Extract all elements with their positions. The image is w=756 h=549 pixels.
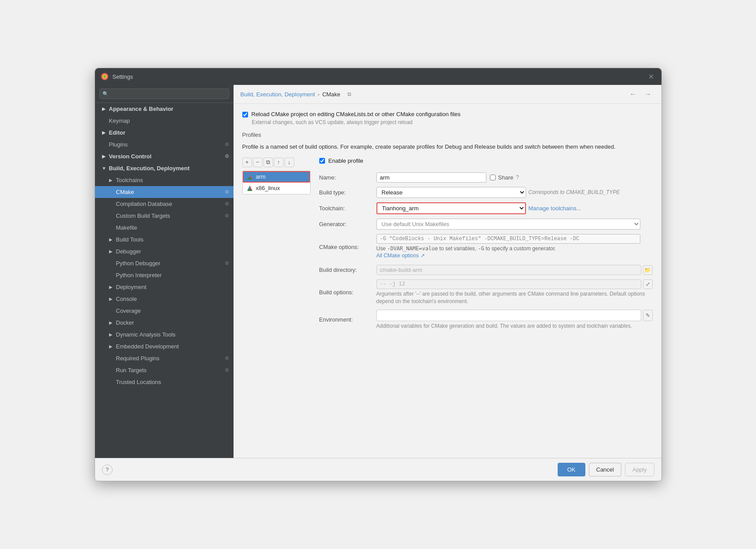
sidebar-item-console[interactable]: ▶ Console bbox=[95, 293, 234, 305]
arrow-icon bbox=[109, 225, 113, 230]
build-dir-label: Build directory: bbox=[319, 263, 376, 277]
sidebar-item-label: Python Interpreter bbox=[116, 272, 162, 278]
settings-dialog: Settings ✕ 🔍 ▶ Appearance & Behavior Key… bbox=[95, 68, 662, 481]
sidebar-item-label: Python Debugger bbox=[116, 260, 161, 267]
sidebar-item-python-debugger[interactable]: Python Debugger ⚙ bbox=[95, 257, 234, 269]
sidebar-item-appearance[interactable]: ▶ Appearance & Behavior bbox=[95, 103, 234, 115]
build-dir-input[interactable] bbox=[376, 265, 641, 275]
reload-label: Reload CMake project on editing CMakeLis… bbox=[252, 111, 460, 117]
arrow-icon: ▶ bbox=[109, 344, 113, 349]
build-type-select[interactable]: Release Debug RelWithDebInfo MinSizeRel bbox=[376, 187, 526, 198]
breadcrumb-separator: › bbox=[318, 91, 319, 98]
sidebar-item-docker[interactable]: ▶ Docker bbox=[95, 317, 234, 329]
settings-icon: ⚙ bbox=[225, 367, 229, 373]
sidebar-item-toolchains[interactable]: ▶ Toolchains bbox=[95, 174, 234, 186]
sidebar-item-coverage[interactable]: Coverage bbox=[95, 305, 234, 317]
arrow-icon bbox=[102, 142, 106, 147]
cmake-options-input[interactable] bbox=[376, 234, 640, 244]
arrow-icon bbox=[109, 380, 113, 384]
ok-button[interactable]: OK bbox=[558, 463, 585, 476]
copy-profile-button[interactable]: ⧉ bbox=[263, 157, 273, 167]
remove-profile-button[interactable]: − bbox=[253, 157, 263, 167]
arrow-icon: ▶ bbox=[109, 320, 113, 325]
share-checkbox[interactable] bbox=[490, 175, 496, 180]
sidebar-item-plugins[interactable]: Plugins ⚙ bbox=[95, 139, 234, 150]
cancel-button[interactable]: Cancel bbox=[589, 463, 621, 476]
cmake-options-link[interactable]: All CMake options ↗ bbox=[376, 253, 425, 259]
move-up-button[interactable]: ↑ bbox=[274, 157, 284, 167]
share-help-icon[interactable]: ? bbox=[516, 174, 519, 180]
profile-item-x86[interactable]: x86_linux bbox=[243, 183, 310, 194]
name-input[interactable] bbox=[376, 172, 486, 183]
help-button[interactable]: ? bbox=[102, 465, 113, 475]
sidebar-item-label: Docker bbox=[116, 319, 134, 326]
build-options-value-cell: ⤢ Arguments after '--' are passed to the… bbox=[376, 277, 653, 307]
sidebar-item-debugger[interactable]: ▶ Debugger bbox=[95, 245, 234, 257]
sidebar-item-label: Appearance & Behavior bbox=[109, 106, 174, 112]
sidebar-item-keymap[interactable]: Keymap bbox=[95, 115, 234, 127]
sidebar-item-embedded-dev[interactable]: ▶ Embedded Development bbox=[95, 340, 234, 352]
sidebar-item-makefile[interactable]: Makefile bbox=[95, 222, 234, 234]
profile-name: arm bbox=[256, 173, 266, 180]
main-content: Build, Execution, Deployment › CMake ⧉ ←… bbox=[234, 85, 661, 458]
profiles-desc: Profile is a named set of build options.… bbox=[242, 143, 653, 151]
arrow-icon: ▶ bbox=[102, 154, 106, 159]
arrow-icon bbox=[109, 261, 113, 266]
toolchain-select[interactable]: Tianhong_arm bbox=[376, 202, 526, 214]
manage-toolchains-link[interactable]: Manage toolchains... bbox=[529, 205, 581, 212]
sidebar-item-python-interpreter[interactable]: Python Interpreter bbox=[95, 269, 234, 281]
sidebar-item-label: Makefile bbox=[116, 224, 137, 231]
env-edit-button[interactable]: ✎ bbox=[643, 310, 653, 321]
reload-row: Reload CMake project on editing CMakeLis… bbox=[242, 111, 653, 117]
enable-profile-row: Enable profile bbox=[319, 157, 653, 164]
arrow-icon bbox=[109, 213, 113, 218]
sidebar-item-trusted-locations[interactable]: Trusted Locations bbox=[95, 376, 234, 388]
generator-select[interactable]: Use default Unix Makefiles bbox=[376, 219, 640, 230]
nav-forward-button[interactable]: → bbox=[642, 89, 654, 99]
sidebar-item-cmake[interactable]: CMake ⚙ bbox=[95, 186, 234, 198]
build-options-label: Build options: bbox=[319, 277, 376, 307]
reload-sublabel: External changes, such as VCS update, al… bbox=[252, 119, 653, 125]
search-input[interactable] bbox=[99, 88, 229, 99]
sidebar-item-build-exec[interactable]: ▼ Build, Execution, Deployment bbox=[95, 162, 234, 174]
sidebar-item-run-targets[interactable]: Run Targets ⚙ bbox=[95, 364, 234, 376]
build-options-input[interactable] bbox=[376, 279, 641, 289]
sidebar-item-build-tools[interactable]: ▶ Build Tools bbox=[95, 234, 234, 245]
apply-button[interactable]: Apply bbox=[625, 463, 654, 476]
sidebar-item-compilation-db[interactable]: Compilation Database ⚙ bbox=[95, 198, 234, 210]
search-wrapper: 🔍 bbox=[99, 88, 229, 99]
sidebar-item-version-control[interactable]: ▶ Version Control ⚙ bbox=[95, 150, 234, 162]
name-input-row: Share ? bbox=[376, 172, 653, 183]
sidebar-item-label: Deployment bbox=[116, 284, 146, 290]
breadcrumb-parent[interactable]: Build, Execution, Deployment bbox=[241, 91, 315, 98]
sidebar-item-deployment[interactable]: ▶ Deployment bbox=[95, 281, 234, 293]
arrow-icon bbox=[109, 356, 113, 361]
sidebar-item-required-plugins[interactable]: Required Plugins ⚙ bbox=[95, 352, 234, 364]
profile-item-arm[interactable]: arm bbox=[243, 171, 310, 183]
profile-list-panel: + − ⧉ ↑ ↓ bbox=[242, 157, 310, 194]
sidebar-item-label: Editor bbox=[109, 129, 126, 136]
add-profile-button[interactable]: + bbox=[242, 157, 252, 167]
env-input-row: ✎ bbox=[376, 310, 653, 321]
window-icon[interactable]: ⧉ bbox=[347, 91, 351, 97]
sidebar-item-label: Required Plugins bbox=[116, 355, 160, 362]
sidebar-item-label: Build Tools bbox=[116, 236, 144, 243]
move-down-button[interactable]: ↓ bbox=[285, 157, 294, 167]
search-bar: 🔍 bbox=[95, 85, 234, 103]
enable-profile-checkbox[interactable] bbox=[319, 158, 325, 164]
sidebar-item-label: Toolchains bbox=[116, 177, 143, 183]
sidebar-item-label: Console bbox=[116, 296, 137, 302]
sidebar-item-dynamic-analysis[interactable]: ▶ Dynamic Analysis Tools bbox=[95, 329, 234, 340]
expand-button[interactable]: ⤢ bbox=[643, 279, 653, 289]
close-button[interactable]: ✕ bbox=[646, 72, 656, 81]
profile-toolbar: + − ⧉ ↑ ↓ bbox=[242, 157, 310, 169]
nav-back-button[interactable]: ← bbox=[627, 89, 639, 99]
environment-input[interactable] bbox=[376, 310, 641, 321]
sidebar-item-editor[interactable]: ▶ Editor bbox=[95, 127, 234, 139]
share-label: Share bbox=[498, 174, 514, 181]
sidebar-item-label: Dynamic Analysis Tools bbox=[116, 331, 176, 338]
sidebar-item-custom-build[interactable]: Custom Build Targets ⚙ bbox=[95, 210, 234, 222]
generator-row: Generator: Use default Unix Makefiles bbox=[319, 216, 653, 232]
browse-button[interactable]: 📁 bbox=[643, 265, 653, 275]
reload-checkbox[interactable] bbox=[242, 112, 248, 117]
